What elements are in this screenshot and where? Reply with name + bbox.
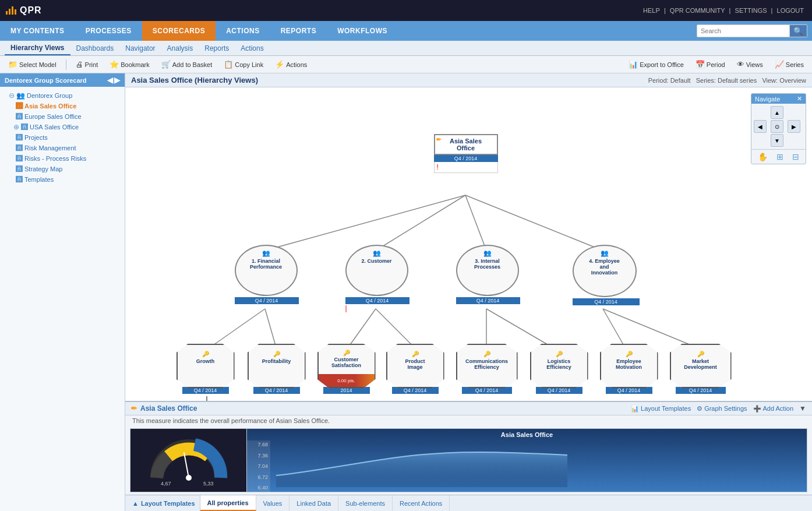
sidebar-title: Dentorex Group Scorecard (5, 77, 87, 84)
nav-processes[interactable]: PROCESSES (75, 21, 142, 41)
level1-node-0[interactable]: 👥 1. FinancialPerformance Q4 / 2014 (235, 245, 299, 310)
bookmark-button[interactable]: ⭐ Bookmark (105, 59, 154, 70)
layout-templates-tab-header[interactable]: ▲ Layout Templates (128, 495, 200, 511)
sub-nav-navigator[interactable]: Navigator (119, 41, 161, 55)
level2-node-2[interactable]: 🔑 CustomerSatisfaction 0.00 pts. 2014 (317, 344, 380, 394)
svg-line-2 (465, 195, 486, 251)
navigate-close-icon[interactable]: ✕ (797, 95, 802, 103)
export-icon: 📊 (629, 60, 638, 69)
print-button[interactable]: 🖨 Print (71, 59, 103, 70)
tab-recent-actions[interactable]: Recent Actions (393, 495, 450, 511)
group-icon: 👥 (16, 91, 25, 100)
svg-line-13 (184, 453, 189, 478)
svg-line-1 (376, 195, 465, 251)
level2-node-6[interactable]: 🔑 EmployeeMotivation Q4 / 2014 (600, 344, 664, 394)
toolbar: 📁 Select Model 🖨 Print ⭐ Bookmark 🛒 Add … (0, 56, 812, 73)
tab-sub-elements[interactable]: Sub-elements (338, 495, 393, 511)
nav-up-button[interactable]: ▲ (771, 106, 783, 119)
tree-item-templates[interactable]: 🅰 Templates (2, 174, 122, 185)
nav-right-button[interactable]: ▶ (788, 120, 800, 133)
actions-button[interactable]: ⚡ Actions (270, 59, 312, 70)
add-action-button[interactable]: ➕ Add Action (753, 405, 794, 413)
tree-item-dentorex[interactable]: ⊖ 👥 Dentorex Group (2, 90, 122, 101)
export-button[interactable]: 📊 Export to Office (624, 59, 689, 70)
tree-item-risks-process[interactable]: 🅰 Risks - Process Risks (2, 153, 122, 164)
community-link[interactable]: QPR COMMUNITY (670, 7, 725, 14)
pencil-icon: ✏ (436, 136, 441, 143)
level2-1-status (248, 394, 310, 400)
series-meta: Series: Default series (696, 77, 757, 84)
nav-down-button[interactable]: ▼ (771, 134, 783, 147)
y-axis-val-4: 6.40 (257, 485, 268, 491)
level1-node-3[interactable]: 👥 4. EmployeeandInnovation Q4 / 2014 (573, 245, 640, 311)
period-button[interactable]: 📅 Period (691, 59, 730, 70)
sub-nav-actions[interactable]: Actions (235, 41, 269, 55)
tree-label-templates: Templates (24, 176, 54, 183)
sub-nav-analysis[interactable]: Analysis (161, 41, 199, 55)
sidebar-prev[interactable]: ◀ (107, 76, 113, 84)
hierarchy-area[interactable]: Navigate ✕ ▲ ◀ ⊙ ▶ ▼ ✋ ⊞ ⊟ (125, 87, 812, 401)
settings-link[interactable]: SETTINGS (735, 7, 767, 14)
tree-label-risk-mgmt: Risk Management (24, 145, 76, 151)
graph-settings-button[interactable]: ⚙ Graph Settings (697, 405, 747, 413)
tree-item-usa[interactable]: ⊕ 🅰 USA Sales Office (2, 122, 122, 132)
tree-label-strategy: Strategy Map (24, 165, 62, 172)
tree-label-asia: Asia Sales Office (24, 103, 76, 110)
sidebar-header: Dentorex Group Scorecard ◀ ▶ (0, 73, 125, 87)
search-input[interactable] (697, 24, 790, 37)
select-model-button[interactable]: 📁 Select Model (3, 59, 61, 70)
sub-nav-dashboards[interactable]: Dashboards (70, 41, 120, 55)
sidebar-next[interactable]: ▶ (114, 76, 120, 84)
nav-my-contents[interactable]: MY CONTENTS (0, 21, 75, 41)
layout-templates-button[interactable]: 📊 Layout Templates (631, 405, 691, 413)
level1-node-2[interactable]: 👥 3. InternalProcesses Q4 / 2014 (456, 245, 520, 310)
tree-item-europe[interactable]: 🅰 Europe Sales Office (2, 111, 122, 122)
line-chart: Asia Sales Office 7.68 7.36 7.04 6.72 6.… (247, 429, 807, 492)
tab-linked-data[interactable]: Linked Data (290, 495, 338, 511)
root-status: ! (434, 162, 498, 173)
copy-link-button[interactable]: 📋 Copy Link (219, 59, 268, 70)
level2-node-3[interactable]: 🔑 ProductImage Q4 / 2014 (386, 344, 449, 394)
level2-node-7[interactable]: 🔑 MarketDevelopment Q4 / 2014 (670, 344, 737, 394)
collapse-icon: ▲ (132, 500, 139, 507)
view-meta: Period: Default Series: Default series V… (648, 77, 806, 84)
views-button[interactable]: 👁 Views (732, 59, 768, 70)
nav-scorecards[interactable]: SCORECARDS (142, 21, 216, 41)
level2-3-title: ProductImage (405, 358, 425, 370)
sub-nav-reports[interactable]: Reports (199, 41, 235, 55)
fit-icon[interactable]: ⊞ (776, 152, 783, 161)
logout-link[interactable]: LOGOUT (777, 7, 804, 14)
tree-item-risk-mgmt[interactable]: 🅰 Risk Management (2, 143, 122, 153)
nav-left-button[interactable]: ◀ (754, 120, 767, 133)
level2-node-5[interactable]: 🔑 LogisticsEfficiency Q4 / 2014 (530, 344, 594, 394)
scorecard-icon-projects: 🅰 (16, 133, 23, 142)
nav-actions[interactable]: ACTIONS (216, 21, 270, 41)
level2-node-0[interactable]: 🔑 Growth Q4 / 2014 ✛ (176, 344, 239, 401)
level1-node-1[interactable]: 👥 2. Customer Q4 / 2014 | (345, 245, 409, 312)
dropdown-arrow[interactable]: ▼ (799, 404, 806, 413)
tree-item-projects[interactable]: 🅰 Projects (2, 132, 122, 143)
nav-workflows[interactable]: WORKFLOWS (327, 21, 398, 41)
sub-nav-hierarchy[interactable]: Hierarchy Views (5, 41, 70, 55)
zoom-icon[interactable]: ⊟ (792, 152, 799, 161)
customer-sat-fill: 0.00 pts. (319, 374, 375, 387)
hand-icon[interactable]: ✋ (758, 152, 768, 161)
tab-all-properties[interactable]: All properties (200, 495, 256, 511)
level2-node-4[interactable]: 🔑 CommunicationsEfficiency Q4 / 2014 (456, 344, 525, 394)
layout-tabs: ▲ Layout Templates All properties Values… (125, 495, 812, 511)
help-link[interactable]: HELP (643, 7, 660, 14)
nav-reports[interactable]: REPORTS (270, 21, 327, 41)
scorecard-icon-strategy: 🅰 (16, 165, 23, 173)
root-node[interactable]: ✏ Asia SalesOffice Q4 / 2014 ! (434, 134, 498, 173)
level2-node-1[interactable]: 🔑 Profitability Q4 / 2014 (248, 344, 310, 400)
series-button[interactable]: 📈 Series (770, 59, 809, 70)
search-button[interactable]: 🔍 (790, 24, 807, 37)
add-to-basket-button[interactable]: 🛒 Add to Basket (157, 59, 217, 70)
tab-values[interactable]: Values (256, 495, 290, 511)
main-nav: MY CONTENTS PROCESSES SCORECARDS ACTIONS… (0, 21, 812, 41)
sidebar-nav-arrows: ◀ ▶ (107, 76, 120, 84)
tree-item-strategy[interactable]: 🅰 Strategy Map (2, 164, 122, 174)
tree-item-asia[interactable]: 🅰 Asia Sales Office (2, 101, 122, 111)
nav-center-button[interactable]: ⊙ (771, 120, 783, 133)
view-mode-meta: View: Overview (762, 77, 806, 84)
